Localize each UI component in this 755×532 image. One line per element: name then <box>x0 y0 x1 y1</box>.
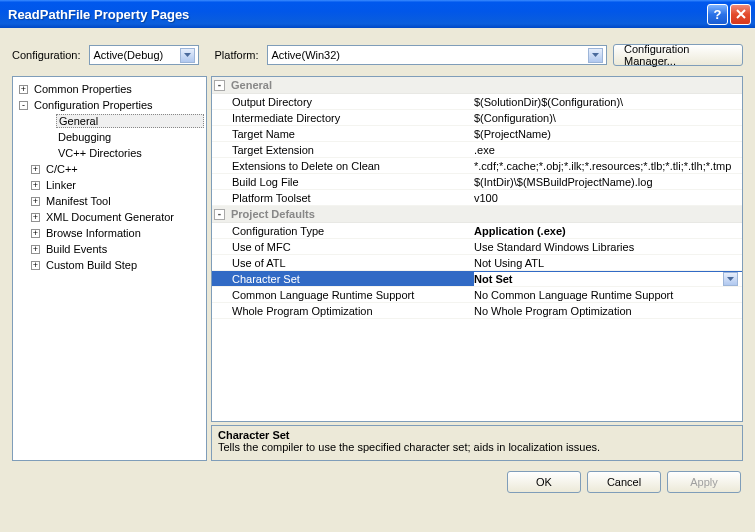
prop-row[interactable]: Target Extension.exe <box>212 142 742 158</box>
expand-icon[interactable]: + <box>31 181 40 190</box>
prop-row[interactable]: Whole Program OptimizationNo Whole Progr… <box>212 303 742 319</box>
platform-value: Active(Win32) <box>272 49 340 61</box>
tree-item-vc-directories[interactable]: VC++ Directories <box>15 145 204 161</box>
tree-item-debugging[interactable]: Debugging <box>15 129 204 145</box>
configuration-value: Active(Debug) <box>94 49 164 61</box>
prop-row[interactable]: Extensions to Delete on Clean*.cdf;*.cac… <box>212 158 742 174</box>
tree-item-xml-doc-generator[interactable]: +XML Document Generator <box>15 209 204 225</box>
tree-item-general[interactable]: General <box>15 113 204 129</box>
title-bar: ReadPathFile Property Pages ? <box>0 0 755 28</box>
expand-icon[interactable]: + <box>31 165 40 174</box>
section-general[interactable]: -General <box>212 77 742 94</box>
config-toolbar: Configuration: Active(Debug) Platform: A… <box>12 44 743 66</box>
dialog-buttons: OK Cancel Apply <box>12 471 743 493</box>
cancel-button[interactable]: Cancel <box>587 471 661 493</box>
prop-row[interactable]: Common Language Runtime SupportNo Common… <box>212 287 742 303</box>
platform-label: Platform: <box>215 49 259 61</box>
tree-item-c-cpp[interactable]: +C/C++ <box>15 161 204 177</box>
expand-icon[interactable]: + <box>31 213 40 222</box>
tree-item-custom-build-step[interactable]: +Custom Build Step <box>15 257 204 273</box>
expand-icon[interactable]: + <box>31 245 40 254</box>
chevron-down-icon <box>588 48 603 63</box>
help-icon[interactable]: ? <box>707 4 728 25</box>
description-text: Tells the compiler to use the specified … <box>218 441 736 453</box>
tree-item-configuration-properties[interactable]: -Configuration Properties <box>15 97 204 113</box>
platform-dropdown[interactable]: Active(Win32) <box>267 45 607 65</box>
description-panel: Character Set Tells the compiler to use … <box>211 425 743 461</box>
chevron-down-icon <box>723 272 738 286</box>
chevron-down-icon <box>180 48 195 63</box>
expand-icon[interactable]: + <box>31 229 40 238</box>
prop-row[interactable]: Platform Toolsetv100 <box>212 190 742 206</box>
tree-item-manifest-tool[interactable]: +Manifest Tool <box>15 193 204 209</box>
prop-row[interactable]: Intermediate Directory$(Configuration)\ <box>212 110 742 126</box>
tree-item-build-events[interactable]: +Build Events <box>15 241 204 257</box>
expand-icon[interactable]: + <box>31 261 40 270</box>
close-icon[interactable] <box>730 4 751 25</box>
expand-icon[interactable]: + <box>31 197 40 206</box>
ok-button[interactable]: OK <box>507 471 581 493</box>
collapse-icon[interactable]: - <box>214 209 225 220</box>
prop-row[interactable]: Target Name$(ProjectName) <box>212 126 742 142</box>
description-title: Character Set <box>218 429 736 441</box>
apply-button[interactable]: Apply <box>667 471 741 493</box>
tree-item-browse-information[interactable]: +Browse Information <box>15 225 204 241</box>
prop-row[interactable]: Build Log File$(IntDir)\$(MSBuildProject… <box>212 174 742 190</box>
prop-row[interactable]: Output Directory$(SolutionDir)$(Configur… <box>212 94 742 110</box>
prop-row[interactable]: Use of ATLNot Using ATL <box>212 255 742 271</box>
expand-icon[interactable]: + <box>19 85 28 94</box>
category-tree[interactable]: +Common Properties -Configuration Proper… <box>12 76 207 461</box>
section-project-defaults[interactable]: -Project Defaults <box>212 206 742 223</box>
tree-item-common-properties[interactable]: +Common Properties <box>15 81 204 97</box>
character-set-dropdown[interactable]: Not Set <box>474 272 742 286</box>
window-title: ReadPathFile Property Pages <box>8 7 705 22</box>
prop-row[interactable]: Configuration TypeApplication (.exe) <box>212 223 742 239</box>
configuration-dropdown[interactable]: Active(Debug) <box>89 45 199 65</box>
collapse-icon[interactable]: - <box>19 101 28 110</box>
configuration-manager-button[interactable]: Configuration Manager... <box>613 44 743 66</box>
prop-row[interactable]: Use of MFCUse Standard Windows Libraries <box>212 239 742 255</box>
configuration-label: Configuration: <box>12 49 81 61</box>
collapse-icon[interactable]: - <box>214 80 225 91</box>
prop-row-character-set[interactable]: Character SetNot Set <box>212 271 742 287</box>
tree-item-linker[interactable]: +Linker <box>15 177 204 193</box>
property-grid[interactable]: -General Output Directory$(SolutionDir)$… <box>211 76 743 422</box>
